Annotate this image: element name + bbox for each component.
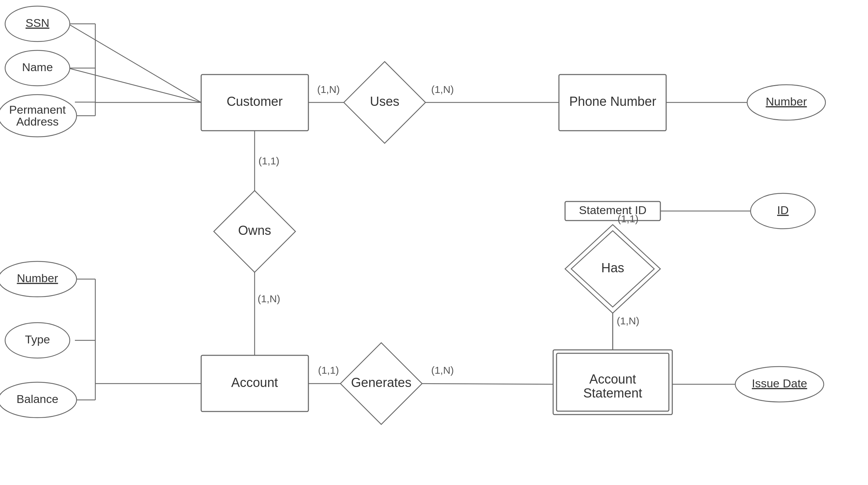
line-generates-accstmt bbox=[422, 384, 557, 384]
card-has-top: (1,1) bbox=[617, 213, 639, 224]
entity-customer-label: Customer bbox=[227, 94, 283, 109]
entity-phone-label: Phone Number bbox=[569, 94, 656, 109]
line-ssn-customer bbox=[68, 24, 201, 102]
card-owns-top: (1,1) bbox=[258, 155, 279, 166]
card-owns-bottom: (1,N) bbox=[258, 293, 280, 304]
attr-number-phone-text: Number bbox=[766, 95, 807, 108]
attr-issuedate-text: Issue Date bbox=[752, 377, 807, 390]
card-uses-right: (1,N) bbox=[431, 84, 454, 95]
rel-uses-text: Uses bbox=[370, 94, 400, 109]
entity-accstmt-label: Account bbox=[589, 372, 636, 386]
line-name-customer bbox=[68, 68, 201, 102]
attr-id-text: ID bbox=[777, 204, 789, 216]
attr-name-text: Name bbox=[22, 61, 53, 74]
attr-number-account-text: Number bbox=[17, 272, 58, 285]
card-gen-right: (1,N) bbox=[431, 365, 454, 376]
entity-accstmt-label2: Statement bbox=[583, 386, 642, 400]
attr-type-text: Type bbox=[25, 333, 50, 346]
card-has-bottom: (1,N) bbox=[617, 315, 640, 326]
attr-balance-text: Balance bbox=[17, 392, 59, 405]
line-permaddr-customer bbox=[75, 102, 201, 102]
card-gen-left: (1,1) bbox=[318, 365, 339, 376]
rel-owns-text: Owns bbox=[238, 223, 271, 238]
er-diagram: Customer Phone Number Account Account St… bbox=[0, 0, 868, 485]
rel-generates-text: Generates bbox=[351, 375, 411, 390]
entity-account-label: Account bbox=[231, 375, 278, 390]
attr-ssn-text: SSN bbox=[26, 16, 49, 29]
attr-permaddr-text2: Address bbox=[16, 115, 59, 128]
attr-permaddr-text1: Permanent bbox=[9, 103, 66, 116]
rel-has-text: Has bbox=[601, 261, 624, 275]
card-uses-left: (1,N) bbox=[317, 84, 340, 95]
